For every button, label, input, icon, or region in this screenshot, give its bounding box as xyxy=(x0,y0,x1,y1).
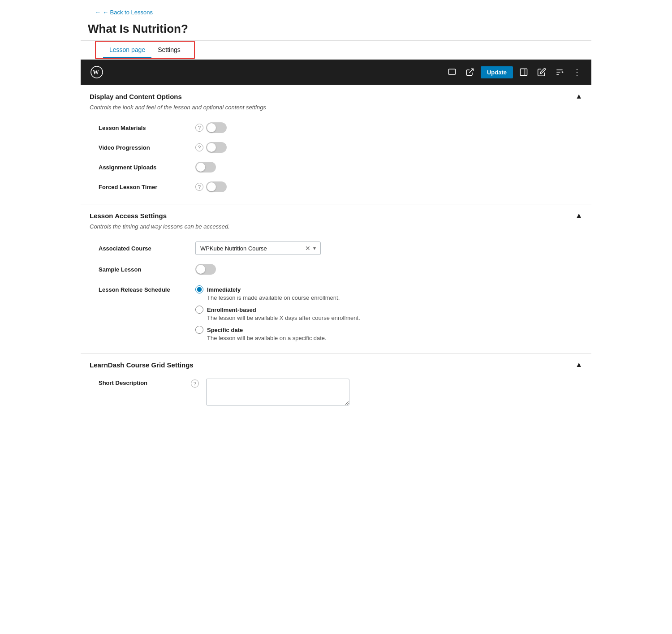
video-progression-help-icon[interactable]: ? xyxy=(195,143,203,151)
radio-immediately-option: Immediately The lesson is made available… xyxy=(195,285,360,301)
short-description-row: Short Description ? xyxy=(81,372,591,410)
lesson-materials-label: Lesson Materials xyxy=(99,125,188,131)
sample-lesson-toggle[interactable] xyxy=(195,264,216,275)
associated-course-select[interactable]: WPKube Nutrition Course ✕ ▾ xyxy=(195,242,321,255)
lesson-access-section: Lesson Access Settings ▲ Controls the ti… xyxy=(81,204,591,354)
radio-specific-date-desc: The lesson will be available on a specif… xyxy=(207,335,360,341)
lesson-access-description: Controls the timing and way lessons can … xyxy=(81,223,591,237)
lesson-release-row: Lesson Release Schedule Immediately The … xyxy=(81,279,591,346)
course-grid-section: LearnDash Course Grid Settings ▲ Short D… xyxy=(81,354,591,417)
back-link-label: ← Back to Lessons xyxy=(103,9,153,16)
sample-lesson-track xyxy=(195,264,216,275)
forced-lesson-timer-toggle[interactable] xyxy=(206,181,227,192)
sample-lesson-thumb xyxy=(196,265,205,274)
assignment-uploads-thumb xyxy=(196,163,205,172)
svg-rect-4 xyxy=(521,69,527,76)
forced-lesson-timer-help-icon[interactable]: ? xyxy=(195,183,203,191)
course-grid-body: Short Description ? xyxy=(81,372,591,417)
lesson-materials-controls: ? xyxy=(195,122,227,133)
edit-icon-btn[interactable] xyxy=(534,65,549,79)
radio-enrollment-input[interactable] xyxy=(195,306,203,314)
forced-lesson-timer-controls: ? xyxy=(195,181,227,192)
associated-course-dropdown-icon: ▾ xyxy=(313,245,316,251)
video-progression-track xyxy=(206,142,227,153)
view-icon-btn[interactable] xyxy=(445,65,459,79)
tab-bar: Lesson page Settings xyxy=(95,41,195,59)
display-content-body: Lesson Materials ? Video Progression ? xyxy=(81,118,591,204)
assignment-uploads-track xyxy=(195,162,216,173)
display-content-header: Display and Content Options ▲ xyxy=(81,85,591,104)
associated-course-clear-btn[interactable]: ✕ xyxy=(305,245,310,252)
external-link-btn[interactable] xyxy=(463,65,477,79)
learndash-icon-btn[interactable] xyxy=(552,65,567,79)
svg-line-3 xyxy=(469,69,473,73)
sidebar-panel-btn[interactable] xyxy=(517,65,531,79)
forced-lesson-timer-label: Forced Lesson Timer xyxy=(99,184,188,190)
back-to-lessons-link[interactable]: ← ← Back to Lessons xyxy=(88,4,160,18)
short-description-help-icon[interactable]: ? xyxy=(191,380,199,388)
video-progression-controls: ? xyxy=(195,142,227,153)
course-grid-header: LearnDash Course Grid Settings ▲ xyxy=(81,354,591,372)
lesson-materials-thumb xyxy=(207,123,216,132)
assignment-uploads-label: Assignment Uploads xyxy=(99,164,188,171)
associated-course-value: WPKube Nutrition Course xyxy=(200,245,305,252)
three-dots-icon: ⋮ xyxy=(573,67,582,77)
radio-specific-date-input[interactable] xyxy=(195,326,203,334)
display-content-collapse-btn[interactable]: ▲ xyxy=(575,92,582,100)
radio-enrollment-label: Enrollment-based xyxy=(207,306,256,313)
lesson-access-title: Lesson Access Settings xyxy=(90,212,167,220)
sample-lesson-label: Sample Lesson xyxy=(99,266,188,273)
radio-specific-date-option: Specific date The lesson will be availab… xyxy=(195,326,360,341)
sample-lesson-row: Sample Lesson xyxy=(81,259,591,279)
lesson-access-body: Associated Course WPKube Nutrition Cours… xyxy=(81,237,591,353)
svg-rect-2 xyxy=(448,69,455,74)
assignment-uploads-row: Assignment Uploads xyxy=(81,157,591,177)
toolbar-right: Update xyxy=(445,65,584,80)
lesson-materials-track xyxy=(206,122,227,133)
forced-lesson-timer-row: Forced Lesson Timer ? xyxy=(81,177,591,197)
radio-enrollment-row: Enrollment-based xyxy=(195,306,360,314)
editor-toolbar: W Update xyxy=(81,60,591,85)
tab-settings[interactable]: Settings xyxy=(151,42,187,58)
update-button[interactable]: Update xyxy=(481,66,513,78)
short-description-textarea[interactable] xyxy=(206,379,349,405)
radio-specific-date-row: Specific date xyxy=(195,326,360,334)
short-description-label: Short Description xyxy=(99,380,188,386)
video-progression-label: Video Progression xyxy=(99,144,188,151)
associated-course-label: Associated Course xyxy=(99,245,188,252)
page-title: What Is Nutrition? xyxy=(81,20,591,41)
display-content-section: Display and Content Options ▲ Controls t… xyxy=(81,85,591,204)
back-arrow-icon: ← xyxy=(95,9,101,16)
assignment-uploads-toggle[interactable] xyxy=(195,162,216,173)
display-content-description: Controls the look and feel of the lesson… xyxy=(81,104,591,118)
radio-enrollment-desc: The lesson will be available X days afte… xyxy=(207,315,360,321)
svg-text:W: W xyxy=(93,69,99,76)
radio-enrollment-option: Enrollment-based The lesson will be avai… xyxy=(195,306,360,321)
lesson-release-radio-group: Immediately The lesson is made available… xyxy=(195,285,360,341)
tab-lesson-page[interactable]: Lesson page xyxy=(103,42,151,58)
display-content-title: Display and Content Options xyxy=(90,93,182,100)
lesson-access-collapse-btn[interactable]: ▲ xyxy=(575,211,582,220)
video-progression-thumb xyxy=(207,143,216,152)
video-progression-toggle[interactable] xyxy=(206,142,227,153)
more-options-btn[interactable]: ⋮ xyxy=(570,65,584,80)
short-description-label-group: Short Description ? xyxy=(99,379,199,388)
associated-course-row: Associated Course WPKube Nutrition Cours… xyxy=(81,237,591,259)
radio-specific-date-label: Specific date xyxy=(207,327,243,333)
wp-logo: W xyxy=(88,63,106,81)
forced-lesson-timer-thumb xyxy=(207,182,216,191)
radio-immediately-input[interactable] xyxy=(195,285,203,293)
forced-lesson-timer-track xyxy=(206,181,227,192)
lesson-materials-toggle[interactable] xyxy=(206,122,227,133)
lesson-materials-help-icon[interactable]: ? xyxy=(195,124,203,132)
course-grid-title: LearnDash Course Grid Settings xyxy=(90,361,194,369)
video-progression-row: Video Progression ? xyxy=(81,138,591,157)
course-grid-collapse-btn[interactable]: ▲ xyxy=(575,361,582,369)
lesson-materials-row: Lesson Materials ? xyxy=(81,118,591,138)
radio-immediately-label: Immediately xyxy=(207,286,241,293)
radio-immediately-row: Immediately xyxy=(195,285,360,293)
lesson-access-header: Lesson Access Settings ▲ xyxy=(81,204,591,223)
assignment-uploads-controls xyxy=(195,162,216,173)
lesson-release-label: Lesson Release Schedule xyxy=(99,285,188,293)
radio-immediately-desc: The lesson is made available on course e… xyxy=(207,294,360,301)
